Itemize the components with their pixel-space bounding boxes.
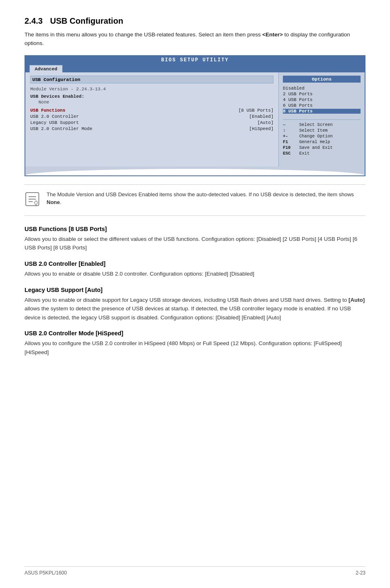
note-text: The Module Version and USB Devices Enabl… xyxy=(47,191,365,206)
bios-keybindings: ↔ Select Screen ↕ Select Item +- Change … xyxy=(283,119,361,156)
bios-usb-devices-value: None xyxy=(30,100,273,105)
subsection-usb-functions: USB Functions [8 USB Ports] Allows you t… xyxy=(25,226,365,252)
footer-right: 2-23 xyxy=(356,570,365,576)
subsection-body-usb-mode: Allows you to configure the USB 2.0 cont… xyxy=(25,339,365,357)
bios-tab-advanced[interactable]: Advanced xyxy=(29,65,63,72)
bios-left-header: USB Configuration xyxy=(30,76,273,83)
key-action-screen: Select Screen xyxy=(299,122,333,127)
bios-option-8usb[interactable]: 8 USB Ports xyxy=(283,109,361,114)
bios-item-label-usb-controller: USB 2.0 Controller xyxy=(30,114,79,119)
subsection-title-usb-mode: USB 2.0 Controller Mode [HiSpeed] xyxy=(25,330,365,337)
bios-item-value-usb-functions: [8 USB Ports] xyxy=(238,108,273,113)
subsection-usb-mode: USB 2.0 Controller Mode [HiSpeed] Allows… xyxy=(25,330,365,357)
subsection-title-legacy-usb: Legacy USB Support [Auto] xyxy=(25,287,365,293)
bios-left-panel: USB Configuration Module Version - 2.24.… xyxy=(25,72,279,166)
bios-key-screen: ↔ Select Screen xyxy=(283,122,361,127)
bios-item-usb-functions[interactable]: USB Functions [8 USB Ports] xyxy=(30,108,273,113)
bios-module-version: Module Version - 2.24.3-13.4 xyxy=(30,87,273,92)
subsection-body-usb-functions: Allows you to disable or select the diff… xyxy=(25,235,365,252)
key-esc: ESC xyxy=(283,151,296,156)
bios-right-header: Options xyxy=(283,76,361,83)
bios-item-value-usb-mode: [HiSpeed] xyxy=(249,126,273,131)
section-heading: USB Configuration xyxy=(50,16,123,25)
bios-right-panel: Options Disabled 2 USB Ports 4 USB Ports… xyxy=(279,72,365,166)
section-title: 2.4.3USB Configuration xyxy=(25,16,365,26)
bios-usb-devices-label: USB Devices Enabled: xyxy=(30,94,273,99)
key-action-item: Select Item xyxy=(299,128,327,133)
subsection-usb-controller: USB 2.0 Controller [Enabled] Allows you … xyxy=(25,260,365,278)
bios-item-usb-mode[interactable]: USB 2.0 Controller Mode [HiSpeed] xyxy=(30,126,273,131)
bios-key-item: ↕ Select Item xyxy=(283,128,361,133)
note-icon xyxy=(25,191,40,210)
bios-item-label-usb-functions: USB Functions xyxy=(30,108,65,113)
bios-item-legacy-usb[interactable]: Legacy USB Support [Auto] xyxy=(30,120,273,125)
bios-option-6usb[interactable]: 6 USB Ports xyxy=(283,103,361,108)
key-action-f1: General Help xyxy=(299,139,330,144)
intro-paragraph: The items in this menu allows you to cha… xyxy=(25,31,365,48)
bios-item-label-legacy-usb: Legacy USB Support xyxy=(30,120,79,125)
bios-tabs: Advanced xyxy=(25,64,365,72)
bios-titlebar: BIOS SETUP UTILITY xyxy=(25,56,365,64)
bios-body: USB Configuration Module Version - 2.24.… xyxy=(25,72,365,166)
bios-key-f1: F1 General Help xyxy=(283,139,361,144)
bios-box: BIOS SETUP UTILITY Advanced USB Configur… xyxy=(25,55,365,176)
subsection-body-usb-controller: Allows you to enable or disable USB 2.0 … xyxy=(25,269,365,278)
key-action-esc: Exit xyxy=(299,151,309,156)
subsection-title-usb-controller: USB 2.0 Controller [Enabled] xyxy=(25,260,365,267)
subsection-title-usb-functions: USB Functions [8 USB Ports] xyxy=(25,226,365,232)
key-plus-minus: +- xyxy=(283,134,296,139)
bios-item-label-usb-mode: USB 2.0 Controller Mode xyxy=(30,126,92,131)
key-f1: F1 xyxy=(283,139,296,144)
page-footer: ASUS P5KPL/1600 2-23 xyxy=(25,566,365,576)
subsection-body-legacy-usb: Allows you to enable or disable support … xyxy=(25,296,365,322)
bios-option-4usb[interactable]: 4 USB Ports xyxy=(283,97,361,102)
bios-item-value-legacy-usb: [Auto] xyxy=(257,120,273,125)
bios-item-usb-controller[interactable]: USB 2.0 Controller [Enabled] xyxy=(30,114,273,119)
section-number: 2.4.3 xyxy=(25,16,43,25)
key-arrows-ud: ↕ xyxy=(283,128,296,133)
key-action-f10: Save and Exit xyxy=(299,145,333,150)
bios-wave-decoration xyxy=(25,166,365,175)
bios-key-option: +- Change Option xyxy=(283,134,361,139)
subsection-legacy-usb: Legacy USB Support [Auto] Allows you to … xyxy=(25,287,365,322)
footer-left: ASUS P5KPL/1600 xyxy=(25,570,67,576)
key-arrows-lr: ↔ xyxy=(283,122,296,127)
key-action-option: Change Option xyxy=(299,134,333,139)
bios-option-disabled[interactable]: Disabled xyxy=(283,86,361,91)
note-box: The Module Version and USB Devices Enabl… xyxy=(25,184,365,216)
bios-item-value-usb-controller: [Enabled] xyxy=(249,114,273,119)
bios-key-f10: F10 Save and Exit xyxy=(283,145,361,150)
bios-key-esc: ESC Exit xyxy=(283,151,361,156)
key-f10: F10 xyxy=(283,145,296,150)
bios-option-2usb[interactable]: 2 USB Ports xyxy=(283,92,361,97)
